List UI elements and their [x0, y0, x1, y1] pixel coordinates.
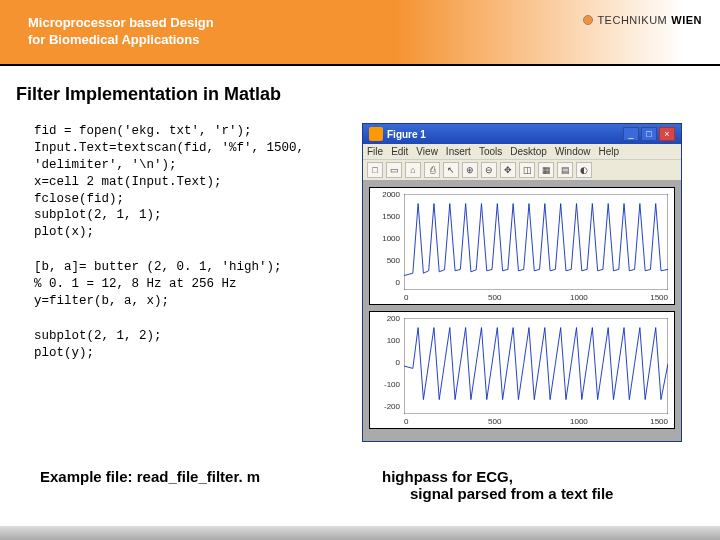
- caption-right-line1: highpass for ECG,: [382, 468, 708, 485]
- plot1-svg: [404, 194, 668, 290]
- logo-text1: TECHNIKUM: [597, 14, 667, 26]
- logo-dot-icon: [583, 15, 593, 25]
- datacursor-icon[interactable]: ▦: [538, 162, 554, 178]
- menu-edit[interactable]: Edit: [391, 146, 408, 157]
- figure-body: 2000 1500 1000 500 0 0 500 1000 1500: [363, 181, 681, 441]
- subplot-1: 2000 1500 1000 500 0 0 500 1000 1500: [369, 187, 675, 305]
- menu-desktop[interactable]: Desktop: [510, 146, 547, 157]
- svg-rect-0: [404, 194, 668, 290]
- p1-xtick-500: 500: [488, 293, 501, 302]
- p2-xtick-0: 0: [404, 417, 408, 426]
- slide-header: Microprocessor based Design for Biomedic…: [0, 0, 720, 64]
- code-block-3: subplot(2, 1, 2); plot(y);: [34, 328, 352, 362]
- figure-window: Figure 1 _ □ × File Edit View Insert Too…: [362, 123, 682, 442]
- p1-ytick-0: 0: [372, 278, 400, 287]
- p2-ytick-m100: -100: [372, 380, 400, 389]
- p1-ytick-500: 500: [372, 256, 400, 265]
- close-button[interactable]: ×: [659, 127, 675, 141]
- p1-xtick-0: 0: [404, 293, 408, 302]
- menu-tools[interactable]: Tools: [479, 146, 502, 157]
- menu-window[interactable]: Window: [555, 146, 591, 157]
- pan-icon[interactable]: ✥: [500, 162, 516, 178]
- caption-right-line2: signal parsed from a text file: [382, 485, 708, 502]
- save-icon[interactable]: ⌂: [405, 162, 421, 178]
- figure-title: Figure 1: [387, 129, 621, 140]
- rotate-icon[interactable]: ◫: [519, 162, 535, 178]
- caption-right: highpass for ECG, signal parsed from a t…: [362, 468, 708, 502]
- menu-file[interactable]: File: [367, 146, 383, 157]
- p2-ytick-200: 200: [372, 314, 400, 323]
- p2-xtick-1500: 1500: [650, 417, 668, 426]
- logo-text2: WIEN: [671, 14, 702, 26]
- p2-ytick-m200: -200: [372, 402, 400, 411]
- p1-ytick-2000: 2000: [372, 190, 400, 199]
- p1-ytick-1000: 1000: [372, 234, 400, 243]
- slide-content: Filter Implementation in Matlab fid = fo…: [0, 84, 720, 502]
- header-title: Microprocessor based Design for Biomedic…: [28, 15, 214, 49]
- code-block-1: fid = fopen('ekg. txt', 'r'); Input.Text…: [34, 123, 352, 241]
- legend-icon[interactable]: ◐: [576, 162, 592, 178]
- figure-toolbar: □ ▭ ⌂ ⎙ ↖ ⊕ ⊖ ✥ ◫ ▦ ▤ ◐: [363, 160, 681, 181]
- colorbar-icon[interactable]: ▤: [557, 162, 573, 178]
- minimize-button[interactable]: _: [623, 127, 639, 141]
- p2-ytick-100: 100: [372, 336, 400, 345]
- p1-xtick-1000: 1000: [570, 293, 588, 302]
- p2-xtick-500: 500: [488, 417, 501, 426]
- p2-ytick-0: 0: [372, 358, 400, 367]
- plot2-svg: [404, 318, 668, 414]
- code-block-2: [b, a]= butter (2, 0. 1, 'high'); % 0. 1…: [34, 259, 352, 310]
- figure-menubar: File Edit View Insert Tools Desktop Wind…: [363, 144, 681, 160]
- slide-title: Filter Implementation in Matlab: [16, 84, 708, 105]
- p1-xtick-1500: 1500: [650, 293, 668, 302]
- subplot-2: 200 100 0 -100 -200 0 500 1000 1500: [369, 311, 675, 429]
- figure-titlebar: Figure 1 _ □ ×: [363, 124, 681, 144]
- svg-rect-1: [404, 318, 668, 414]
- menu-insert[interactable]: Insert: [446, 146, 471, 157]
- matlab-icon: [369, 127, 383, 141]
- footer-bar: [0, 526, 720, 540]
- figure-column: Figure 1 _ □ × File Edit View Insert Too…: [362, 123, 708, 442]
- zoom-in-icon[interactable]: ⊕: [462, 162, 478, 178]
- caption-left: Example file: read_file_filter. m: [12, 468, 362, 502]
- header-title-line2: for Biomedical Applications: [28, 32, 214, 49]
- header-divider: [0, 64, 720, 66]
- columns: fid = fopen('ekg. txt', 'r'); Input.Text…: [12, 123, 708, 442]
- zoom-out-icon[interactable]: ⊖: [481, 162, 497, 178]
- print-icon[interactable]: ⎙: [424, 162, 440, 178]
- code-column: fid = fopen('ekg. txt', 'r'); Input.Text…: [12, 123, 352, 442]
- maximize-button[interactable]: □: [641, 127, 657, 141]
- logo: TECHNIKUM WIEN: [583, 14, 702, 26]
- p1-ytick-1500: 1500: [372, 212, 400, 221]
- p2-xtick-1000: 1000: [570, 417, 588, 426]
- new-icon[interactable]: □: [367, 162, 383, 178]
- header-title-line1: Microprocessor based Design: [28, 15, 214, 32]
- pointer-icon[interactable]: ↖: [443, 162, 459, 178]
- menu-view[interactable]: View: [416, 146, 438, 157]
- open-icon[interactable]: ▭: [386, 162, 402, 178]
- captions-row: Example file: read_file_filter. m highpa…: [12, 468, 708, 502]
- menu-help[interactable]: Help: [599, 146, 620, 157]
